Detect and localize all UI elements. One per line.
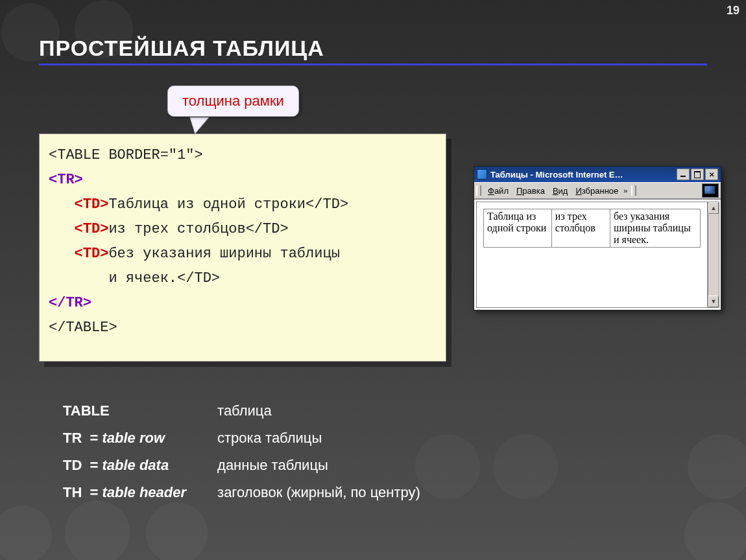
window-titlebar: Таблицы - Microsoft Internet E… ✕	[474, 167, 721, 182]
code-text: из трех столбцов</TD>	[108, 221, 288, 237]
rendered-table: Таблица из одной строки из трех столбцов…	[483, 209, 701, 248]
menu-bar: Файл Правка Вид Избранное »	[474, 182, 721, 199]
definition-desc: строка таблицы	[217, 425, 420, 451]
menu-favorites[interactable]: Избранное	[572, 186, 622, 196]
title-rule	[39, 64, 707, 65]
menu-overflow[interactable]: »	[623, 187, 627, 194]
toolbar-grip	[631, 185, 636, 196]
table-cell: Таблица из одной строки	[484, 209, 552, 248]
table-row: Таблица из одной строки из трех столбцов…	[484, 209, 701, 248]
code-text: без указания ширины таблицы	[108, 246, 339, 262]
maximize-button[interactable]	[691, 169, 704, 180]
code-text: </TABLE>	[49, 320, 117, 336]
code-text: и ячеек.</TD>	[49, 270, 220, 286]
close-button[interactable]: ✕	[705, 169, 718, 180]
definition-term: TH	[63, 484, 90, 500]
definition-expansion: table data	[102, 457, 169, 473]
table-cell: из трех столбцов	[551, 209, 610, 248]
scroll-up-button[interactable]: ▲	[708, 202, 719, 214]
definition-expansion: table header	[102, 484, 186, 500]
code-text: <TABLE BORDER="1">	[49, 147, 203, 163]
ie-icon	[477, 169, 487, 180]
definition-row: TR = table row строка таблицы	[63, 425, 420, 451]
definition-desc: данные таблицы	[217, 452, 420, 478]
code-text: Таблица из одной строки</TD>	[108, 196, 348, 213]
definition-row: TD = table data данные таблицы	[63, 452, 420, 478]
definition-desc: таблица	[217, 398, 420, 424]
code-text	[49, 246, 75, 262]
slide-title: ПРОСТЕЙШАЯ ТАБЛИЦА	[39, 36, 324, 61]
menu-edit[interactable]: Правка	[512, 186, 549, 196]
code-text	[49, 196, 75, 213]
browser-body: Таблица из одной строки из трех столбцов…	[474, 199, 721, 310]
definition-row: TH = table header заголовок (жирный, по …	[63, 480, 420, 506]
minimize-button[interactable]	[677, 169, 690, 180]
browser-window: Таблицы - Microsoft Internet E… ✕ Файл П…	[474, 166, 721, 310]
definitions: TABLE таблица TR = table row строка табл…	[62, 397, 422, 507]
definition-term: TR	[63, 430, 90, 446]
code-text: </TR>	[49, 295, 91, 311]
code-text: <TD>	[75, 196, 109, 213]
definition-desc: заголовок (жирный, по центру)	[217, 480, 420, 506]
scroll-down-button[interactable]: ▼	[708, 296, 719, 307]
definition-expansion: table row	[102, 430, 165, 446]
toolbar-grip	[476, 185, 481, 196]
slide: 19 ПРОСТЕЙШАЯ ТАБЛИЦА толщина рамки <TAB…	[0, 0, 746, 560]
window-title: Таблицы - Microsoft Internet E…	[490, 170, 677, 180]
table-cell: без указания ширины таблицы и ячеек.	[610, 209, 701, 248]
definition-term: TABLE	[63, 402, 114, 419]
code-text: <TD>	[75, 221, 109, 237]
code-text: <TD>	[75, 246, 109, 262]
definition-term: TD	[63, 457, 90, 473]
menu-view[interactable]: Вид	[549, 186, 572, 196]
page-number: 19	[727, 4, 740, 18]
vertical-scrollbar[interactable]: ▲ ▼	[708, 202, 719, 308]
code-text: <TR>	[49, 172, 83, 188]
viewport: Таблица из одной строки из трех столбцов…	[476, 202, 708, 308]
code-text	[49, 221, 75, 237]
ie-throbber-icon	[702, 183, 719, 198]
menu-file[interactable]: Файл	[484, 186, 512, 196]
definition-row: TABLE таблица	[63, 398, 420, 424]
code-block: <TABLE BORDER="1"> <TR> <TD>Таблица из о…	[39, 134, 446, 362]
callout-label: толщина рамки	[167, 86, 299, 117]
